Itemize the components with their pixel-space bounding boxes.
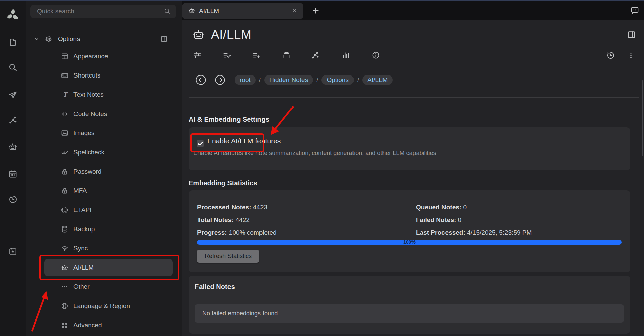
- main-area: AI/LLM AI/LLM root / Hidden Notes / Opti…: [182, 1, 644, 336]
- send-icon[interactable]: [8, 90, 18, 100]
- calendar-icon[interactable]: [8, 169, 18, 179]
- sidebar-item-images[interactable]: Images: [26, 126, 182, 140]
- sidebar-item-label: Backup: [73, 222, 95, 236]
- sidebar-item-backup[interactable]: Backup: [26, 222, 182, 236]
- svg-text:T: T: [63, 91, 68, 98]
- sidebar-item-label: Text Notes: [73, 88, 104, 101]
- sidebar-item-label: Shortcuts: [73, 69, 100, 82]
- new-note-icon[interactable]: [8, 38, 18, 47]
- chevron-down-icon[interactable]: [33, 35, 40, 43]
- ai-robot-icon[interactable]: [8, 142, 18, 152]
- embedding-stats-card: Processed Notes: 4423 Total Notes: 4422 …: [189, 190, 630, 272]
- embedding-progress-bar: 100%: [197, 240, 622, 245]
- launcher-bar: [0, 1, 26, 336]
- trilium-logo: [6, 8, 20, 22]
- sidebar-item-appearance[interactable]: Appearance: [26, 50, 182, 63]
- lock-icon: [61, 187, 69, 195]
- spellcheck-icon: [61, 148, 69, 156]
- breadcrumb-ai-llm[interactable]: AI/LLM: [362, 75, 393, 85]
- history-icon[interactable]: [8, 194, 18, 204]
- breadcrumb-separator: /: [316, 76, 318, 84]
- panel-icon[interactable]: [160, 35, 168, 43]
- inherited-attributes-icon[interactable]: [252, 51, 261, 60]
- sidebar-item-advanced[interactable]: Advanced: [26, 318, 182, 332]
- sidebar-item-other[interactable]: Other: [26, 280, 182, 294]
- failed-notes-empty-state: No failed embeddings found.: [195, 304, 624, 323]
- sidebar-item-label: Appearance: [73, 50, 108, 63]
- stat-value: 0: [463, 204, 467, 211]
- sidebar-item-text-notes[interactable]: T Text Notes: [26, 88, 182, 101]
- stat-total: Total Notes: 4422: [197, 216, 250, 224]
- sidebar-item-etapi[interactable]: ETAPI: [26, 203, 182, 217]
- note-paths-icon[interactable]: [282, 51, 291, 60]
- breadcrumb-hidden-notes[interactable]: Hidden Notes: [264, 75, 313, 85]
- sidebar-item-mfa[interactable]: MFA: [26, 184, 182, 197]
- kebab-menu-icon[interactable]: [627, 51, 635, 59]
- breadcrumb-root[interactable]: root: [235, 75, 256, 85]
- stat-label: Processed Notes:: [197, 204, 251, 211]
- enable-ai-description: Enable AI features like note summarizati…: [193, 150, 436, 157]
- sidebar-item-label: ETAPI: [73, 203, 92, 217]
- stat-label: Total Notes:: [197, 216, 234, 223]
- ellipsis-icon: [61, 283, 69, 291]
- revisions-history-icon[interactable]: [606, 51, 615, 60]
- failed-notes-card: Failed Notes No failed embeddings found.: [189, 276, 630, 334]
- stat-label: Last Processed:: [416, 229, 465, 236]
- calendar-star-icon[interactable]: [8, 247, 18, 256]
- chat-icon[interactable]: [630, 6, 640, 16]
- quick-search-input[interactable]: Quick search: [30, 5, 176, 18]
- stat-value: 100% completed: [229, 229, 277, 236]
- note-map-icon[interactable]: [311, 51, 320, 60]
- stat-failed: Failed Notes: 0: [416, 216, 461, 224]
- sidebar-item-ai-llm[interactable]: AI/LLM: [26, 261, 182, 274]
- check-icon: [197, 140, 204, 147]
- sidebar-item-password[interactable]: Password: [26, 165, 182, 178]
- sidebar-item-shortcuts[interactable]: Shortcuts: [26, 69, 182, 82]
- enable-ai-checkbox[interactable]: [197, 140, 204, 147]
- stat-label: Queued Notes:: [416, 204, 461, 211]
- wifi-icon: [61, 244, 69, 252]
- nav-back-button[interactable]: [195, 74, 206, 85]
- scrollbar-thumb[interactable]: [642, 80, 643, 156]
- new-tab-button[interactable]: [311, 6, 320, 15]
- sidebar-item-spellcheck[interactable]: Spellcheck: [26, 146, 182, 159]
- ai-settings-card: Enable AI/LLM features Enable AI feature…: [189, 127, 630, 170]
- layout-icon: [61, 52, 69, 60]
- keyboard-icon: [61, 71, 69, 80]
- owned-attributes-icon[interactable]: [222, 51, 232, 60]
- sidebar-item-label: Password: [73, 165, 101, 178]
- sidebar-item-label: Options: [58, 32, 80, 46]
- tab-ai-llm[interactable]: AI/LLM: [182, 3, 303, 19]
- sidebar: Quick search Options Appearance Shortcut…: [26, 1, 182, 336]
- divider: [189, 97, 639, 98]
- search-icon: [164, 8, 171, 15]
- search-icon[interactable]: [8, 63, 18, 72]
- tab-bar: AI/LLM: [182, 1, 644, 20]
- graph-icon[interactable]: [8, 115, 18, 125]
- sidebar-item-options[interactable]: Options: [26, 32, 182, 46]
- text-icon: T: [61, 91, 69, 99]
- sidebar-item-label: Code Notes: [73, 107, 107, 121]
- sidebar-item-sync[interactable]: Sync: [26, 242, 182, 255]
- failed-notes-heading: Failed Notes: [195, 283, 235, 291]
- basic-properties-icon[interactable]: [193, 51, 202, 60]
- sidebar-item-language-region[interactable]: Language & Region: [26, 299, 182, 313]
- nav-forward-button[interactable]: [215, 74, 225, 85]
- robot-icon: [188, 7, 195, 14]
- info-icon[interactable]: [371, 51, 380, 60]
- sidebar-item-code-notes[interactable]: Code Notes: [26, 107, 182, 121]
- breadcrumb: root / Hidden Notes / Options / AI/LLM: [235, 75, 393, 85]
- refresh-statistics-button[interactable]: Refresh Statistics: [197, 250, 259, 263]
- close-icon[interactable]: [292, 8, 297, 14]
- split-view-icon[interactable]: [627, 30, 636, 39]
- sidebar-item-label: Spellcheck: [73, 146, 104, 159]
- sidebar-item-label: Other: [73, 280, 90, 294]
- progress-percent-label: 100%: [197, 240, 622, 245]
- enable-ai-label[interactable]: Enable AI/LLM features: [207, 137, 281, 145]
- embedding-stats-heading: Embedding Statistics: [189, 179, 257, 187]
- breadcrumb-separator: /: [259, 76, 261, 84]
- breadcrumb-options[interactable]: Options: [321, 75, 354, 85]
- note-title: AI/LLM: [211, 28, 251, 42]
- note-info-chart-icon[interactable]: [341, 51, 350, 60]
- globe-icon: [61, 302, 69, 310]
